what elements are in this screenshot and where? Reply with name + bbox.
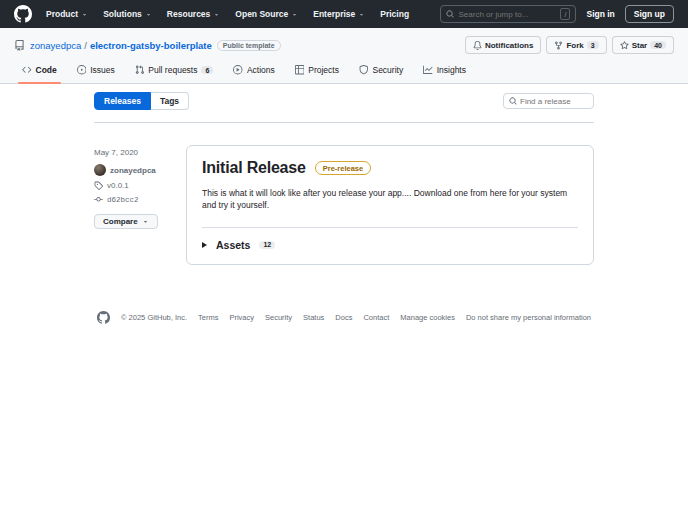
tab-pull-requests[interactable]: Pull requests 6 — [127, 58, 222, 83]
visibility-badge: Public template — [217, 40, 281, 51]
graph-icon — [423, 65, 433, 75]
release-entry: May 7, 2020 zonayedpca v0.0.1 d62bcc2 Co… — [94, 145, 594, 265]
compare-label: Compare — [103, 217, 138, 226]
tab-label: Issues — [90, 65, 115, 75]
chevron-down-icon — [358, 11, 365, 18]
nav-label: Enterprise — [313, 9, 355, 19]
global-search-input[interactable] — [458, 10, 556, 19]
tags-toggle-button[interactable]: Tags — [151, 92, 189, 110]
star-button[interactable]: Star 40 — [612, 36, 674, 54]
tab-actions[interactable]: Actions — [225, 58, 282, 83]
chevron-down-icon — [81, 11, 88, 18]
copyright-text: © 2025 GitHub, Inc. — [121, 313, 187, 322]
release-sidebar: May 7, 2020 zonayedpca v0.0.1 d62bcc2 Co… — [94, 145, 186, 265]
assets-toggle[interactable]: Assets 12 — [202, 227, 578, 264]
nav-item-pricing[interactable]: Pricing — [380, 9, 409, 19]
actions-icon — [233, 65, 243, 75]
footer-link-status[interactable]: Status — [303, 313, 324, 322]
repo-header: zonayedpca / electron-gatsby-boilerplate… — [0, 28, 688, 84]
triangle-down-icon — [142, 218, 149, 225]
pull-request-icon — [135, 65, 145, 75]
nav-label: Open Source — [235, 9, 288, 19]
release-author-link[interactable]: zonayedpca — [110, 166, 156, 175]
release-commit-link[interactable]: d62bcc2 — [107, 196, 139, 204]
tag-icon — [94, 181, 103, 190]
tab-issues[interactable]: Issues — [69, 58, 123, 83]
compare-button[interactable]: Compare — [94, 214, 158, 229]
tab-insights[interactable]: Insights — [415, 58, 474, 83]
divider — [94, 122, 594, 123]
footer-link-do-not-share[interactable]: Do not share my personal information — [466, 313, 591, 322]
commit-icon — [94, 195, 103, 204]
sign-up-button[interactable]: Sign up — [625, 5, 674, 23]
footer-link-manage-cookies[interactable]: Manage cookies — [400, 313, 455, 322]
nav-item-solutions[interactable]: Solutions — [103, 9, 152, 19]
assets-label: Assets — [216, 239, 250, 251]
avatar[interactable] — [94, 164, 106, 176]
footer-link-terms[interactable]: Terms — [198, 313, 218, 322]
repo-name-link[interactable]: electron-gatsby-boilerplate — [90, 40, 212, 51]
releases-tags-toggle: Releases Tags — [94, 92, 189, 110]
tab-label: Projects — [308, 65, 339, 75]
prerelease-badge: Pre-release — [315, 161, 371, 175]
chevron-down-icon — [291, 11, 298, 18]
tab-label: Code — [36, 65, 57, 75]
shield-icon — [359, 65, 369, 75]
tab-projects[interactable]: Projects — [287, 58, 347, 83]
release-title: Initial Release — [202, 159, 306, 177]
github-logo-icon[interactable] — [14, 5, 32, 23]
code-icon — [22, 65, 32, 75]
repo-separator: / — [84, 40, 87, 51]
nav-item-product[interactable]: Product — [46, 9, 88, 19]
github-footer-logo-icon[interactable] — [97, 311, 110, 324]
site-header: Product Solutions Resources Open Source … — [0, 0, 688, 28]
slash-shortcut-key: / — [560, 8, 570, 20]
fork-icon — [554, 41, 563, 50]
chevron-down-icon — [145, 11, 152, 18]
release-description: This is what it will look like after you… — [202, 188, 578, 212]
issue-icon — [77, 65, 87, 75]
find-release-input[interactable] — [520, 97, 588, 106]
nav-item-resources[interactable]: Resources — [167, 9, 220, 19]
repo-tabs: Code Issues Pull requests 6 Actions Proj… — [14, 58, 674, 83]
notifications-label: Notifications — [485, 41, 533, 50]
disclosure-triangle-icon — [202, 242, 207, 248]
primary-nav: Product Solutions Resources Open Source … — [46, 9, 409, 19]
releases-toggle-button[interactable]: Releases — [94, 92, 151, 110]
tab-label: Actions — [247, 65, 275, 75]
pull-requests-count: 6 — [201, 66, 213, 74]
tab-label: Security — [372, 65, 403, 75]
nav-label: Product — [46, 9, 78, 19]
nav-item-open-source[interactable]: Open Source — [235, 9, 298, 19]
fork-label: Fork — [566, 41, 583, 50]
release-tag-link[interactable]: v0.0.1 — [107, 181, 129, 190]
header-right: / Sign in Sign up — [440, 5, 674, 23]
repo-actions: Notifications Fork 3 Star 40 — [465, 36, 674, 54]
tab-code[interactable]: Code — [14, 58, 65, 83]
site-footer: © 2025 GitHub, Inc. Terms Privacy Securi… — [0, 311, 688, 324]
nav-label: Pricing — [380, 9, 409, 19]
footer-link-privacy[interactable]: Privacy — [229, 313, 254, 322]
search-icon — [509, 97, 517, 105]
star-icon — [620, 41, 629, 50]
tab-security[interactable]: Security — [351, 58, 411, 83]
footer-link-docs[interactable]: Docs — [335, 313, 352, 322]
nav-label: Solutions — [103, 9, 142, 19]
search-icon — [446, 10, 454, 18]
assets-count: 12 — [259, 241, 275, 249]
fork-button[interactable]: Fork 3 — [546, 36, 606, 54]
repo-icon — [14, 40, 25, 51]
repo-owner-link[interactable]: zonayedpca — [30, 40, 81, 51]
star-count[interactable]: 40 — [650, 41, 666, 49]
nav-item-enterprise[interactable]: Enterprise — [313, 9, 365, 19]
footer-link-security[interactable]: Security — [265, 313, 292, 322]
global-search[interactable]: / — [440, 5, 576, 23]
notifications-button[interactable]: Notifications — [465, 36, 541, 54]
sign-in-link[interactable]: Sign in — [586, 9, 614, 19]
chevron-down-icon — [213, 11, 220, 18]
releases-page: Releases Tags May 7, 2020 zonayedpca v0.… — [94, 92, 594, 265]
find-release-box[interactable] — [503, 93, 594, 109]
release-date: May 7, 2020 — [94, 148, 186, 157]
footer-link-contact[interactable]: Contact — [363, 313, 389, 322]
fork-count[interactable]: 3 — [587, 41, 599, 49]
